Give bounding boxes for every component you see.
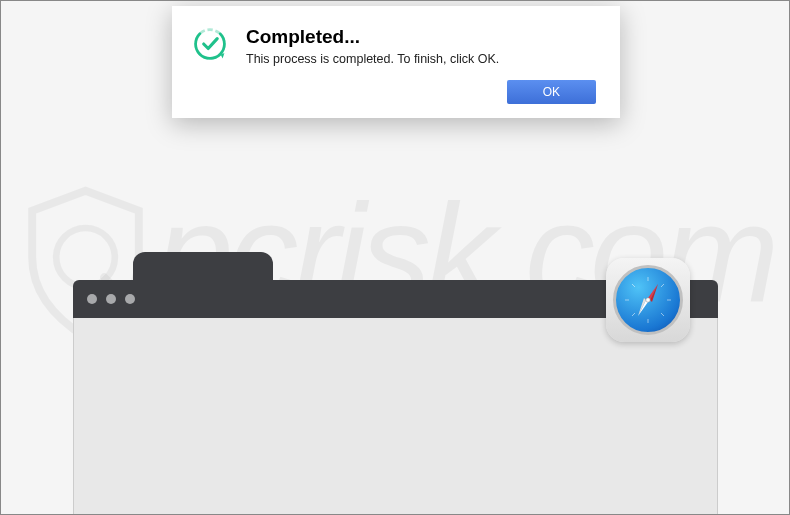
svg-line-9 [661,284,664,287]
browser-viewport [73,318,718,515]
compass-icon [613,265,683,335]
dialog-content: Completed... This process is completed. … [192,26,596,66]
traffic-lights [87,294,135,304]
window-close-button[interactable] [87,294,97,304]
svg-marker-13 [638,298,646,316]
dialog-message: This process is completed. To finish, cl… [246,52,596,66]
completed-check-icon [192,26,228,62]
window-minimize-button[interactable] [106,294,116,304]
compass-needle-icon [623,275,673,325]
dialog-button-row: OK [192,80,596,104]
svg-marker-11 [650,284,658,302]
window-maximize-button[interactable] [125,294,135,304]
svg-point-14 [646,298,650,302]
svg-line-6 [632,284,635,287]
svg-line-7 [661,313,664,316]
safari-icon-bg [606,258,690,342]
ok-button[interactable]: OK [507,80,596,104]
svg-line-8 [632,313,635,316]
completed-dialog: Completed... This process is completed. … [172,6,620,118]
dialog-text-area: Completed... This process is completed. … [246,26,596,66]
dialog-title: Completed... [246,26,596,48]
safari-icon[interactable] [606,258,690,342]
browser-tab[interactable] [133,252,273,280]
svg-point-0 [56,228,115,287]
